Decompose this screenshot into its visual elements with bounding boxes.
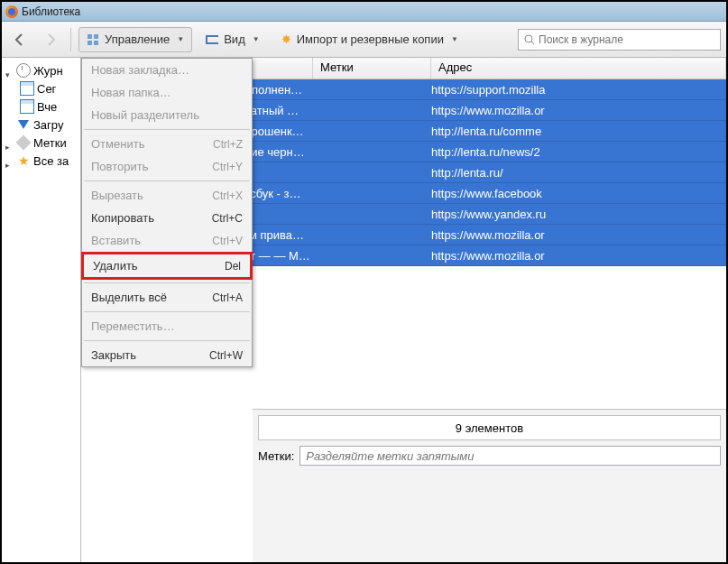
search-icon [524, 34, 535, 45]
svg-rect-2 [88, 41, 92, 45]
views-button[interactable]: Вид ▼ [198, 27, 267, 52]
sidebar-item-all-bookmarks[interactable]: ★ Все за [2, 152, 80, 170]
sidebar-item-label: Загру [33, 118, 63, 132]
back-button[interactable] [7, 27, 32, 52]
star-icon: ★ [16, 153, 31, 168]
organize-icon [87, 33, 99, 46]
views-icon [206, 35, 218, 44]
menu-redo: ПовторитьCtrl+Y [82, 155, 252, 178]
organize-menu: Новая закладка… Новая папка… Новый разде… [81, 58, 253, 367]
row-address: https://www.mozilla.or [431, 249, 726, 263]
spacer [5, 121, 14, 129]
firefox-icon [5, 5, 18, 18]
tags-label: Метки: [258, 449, 294, 463]
item-count: 9 элементов [258, 415, 721, 440]
import-icon: ✸ [281, 32, 291, 46]
tag-icon [16, 135, 31, 150]
menu-close[interactable]: ЗакрытьCtrl+W [82, 344, 252, 366]
sidebar: Журн Сег Вче Загру Метки ★ Все за [2, 58, 81, 562]
sidebar-item-yesterday[interactable]: Вче [2, 97, 80, 116]
collapse-icon[interactable] [5, 139, 14, 147]
expand-icon[interactable] [5, 67, 14, 75]
sidebar-item-label: Вче [37, 100, 57, 114]
menu-delete[interactable]: УдалитьDel [81, 252, 253, 280]
chevron-down-icon: ▼ [451, 35, 458, 43]
arrow-left-icon [13, 32, 27, 47]
chevron-down-icon: ▼ [177, 35, 184, 43]
search-input[interactable] [539, 33, 701, 46]
sidebar-item-label: Метки [33, 136, 67, 150]
menu-separator [84, 282, 250, 283]
menu-separator [84, 180, 250, 181]
sidebar-item-label: Все за [33, 154, 69, 168]
window-titlebar: Библиотека [2, 2, 726, 22]
import-button[interactable]: ✸ Импорт и резервные копии ▼ [273, 27, 466, 52]
window-title: Библиотека [22, 5, 80, 18]
download-icon [16, 117, 31, 132]
menu-new-separator: Новый разделитель [82, 104, 252, 126]
column-header-tags[interactable]: Метки [313, 58, 431, 79]
row-address: http://lenta.ru/comme [431, 125, 726, 138]
arrow-right-icon [43, 32, 58, 47]
svg-rect-3 [94, 41, 98, 45]
svg-rect-0 [88, 34, 92, 39]
menu-separator [84, 129, 250, 130]
menu-separator [84, 311, 250, 312]
column-header-address[interactable]: Адрес [431, 58, 726, 79]
sidebar-item-label: Журн [33, 64, 63, 78]
row-address: https://www.facebook [431, 187, 726, 200]
menu-new-folder: Новая папка… [82, 81, 252, 104]
sidebar-item-label: Сег [37, 82, 56, 96]
sidebar-item-downloads[interactable]: Загру [2, 116, 80, 134]
menu-copy[interactable]: КопироватьCtrl+C [82, 207, 252, 229]
row-address: https://support.mozilla [431, 83, 726, 97]
calendar-icon [20, 99, 34, 114]
row-address: https://www.yandex.ru [431, 208, 726, 221]
menu-cut: ВырезатьCtrl+X [82, 184, 252, 207]
menu-select-all[interactable]: Выделить всёCtrl+A [82, 286, 252, 309]
menu-separator [84, 340, 250, 341]
row-address: http://lenta.ru/news/2 [431, 145, 726, 159]
menu-undo: ОтменитьCtrl+Z [82, 133, 252, 155]
organize-label: Управление [105, 32, 170, 46]
details-pane: 9 элементов Метки: [253, 409, 726, 562]
forward-button[interactable] [38, 27, 63, 52]
svg-point-4 [525, 35, 532, 42]
chevron-down-icon: ▼ [253, 35, 260, 43]
sidebar-item-today[interactable]: Сег [2, 79, 80, 97]
toolbar: Управление ▼ Вид ▼ ✸ Импорт и резервные … [2, 22, 726, 58]
svg-rect-1 [94, 34, 98, 39]
row-address: https://www.mozilla.or [431, 104, 726, 117]
toolbar-separator [70, 28, 71, 51]
calendar-icon [20, 81, 34, 96]
row-address: http://lenta.ru/ [431, 166, 726, 180]
views-label: Вид [224, 32, 245, 46]
tags-input[interactable] [299, 446, 721, 466]
svg-line-5 [531, 42, 534, 44]
import-label: Импорт и резервные копии [297, 32, 444, 46]
sidebar-item-tags[interactable]: Метки [2, 134, 80, 152]
clock-icon [16, 63, 31, 78]
row-address: https://www.mozilla.or [431, 228, 726, 242]
menu-move: Переместить… [82, 315, 252, 337]
sidebar-item-history[interactable]: Журн [2, 61, 80, 79]
search-box[interactable] [518, 29, 721, 51]
menu-new-bookmark: Новая закладка… [82, 59, 252, 81]
menu-paste: ВставитьCtrl+V [82, 229, 252, 252]
organize-button[interactable]: Управление ▼ [78, 27, 192, 52]
collapse-icon[interactable] [5, 157, 14, 165]
